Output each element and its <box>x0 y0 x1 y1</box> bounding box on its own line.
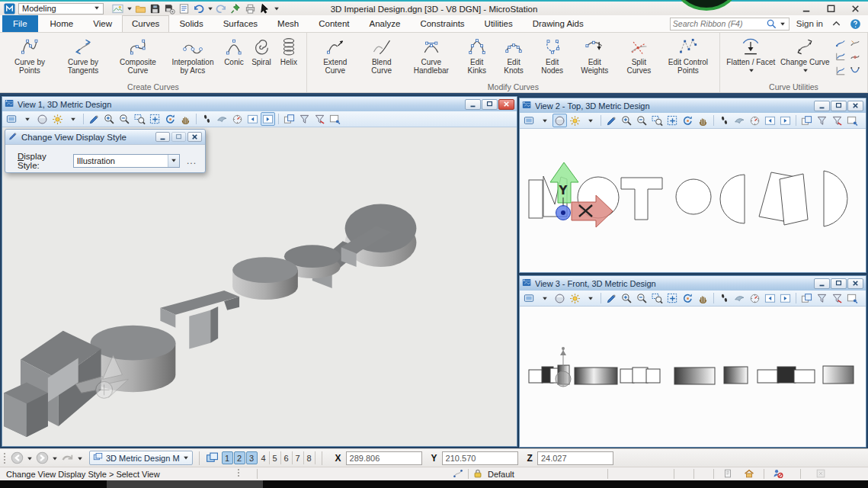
update-view-icon[interactable] <box>604 114 619 127</box>
walk-icon[interactable] <box>717 291 732 305</box>
view-previous-icon[interactable] <box>763 114 777 127</box>
caret-icon[interactable] <box>537 114 552 127</box>
close-button[interactable] <box>848 3 862 14</box>
edit-knots-button[interactable]: Edit Knots <box>495 34 533 75</box>
lock-icon[interactable] <box>472 468 483 480</box>
y-coordinate-field[interactable] <box>442 451 518 465</box>
view-previous-icon[interactable] <box>245 112 260 126</box>
tab-drawing-aids[interactable]: Drawing Aids <box>523 15 594 32</box>
window-area-icon[interactable] <box>650 291 665 305</box>
tab-home[interactable]: Home <box>40 15 84 32</box>
view-3-toggle[interactable]: 3 <box>246 451 258 464</box>
help-icon[interactable] <box>849 18 861 30</box>
catenary-curve-icon[interactable] <box>848 64 862 77</box>
view3-titlebar[interactable]: View 3 - Front, 3D Metric Design <box>520 276 866 291</box>
user-status-icon[interactable] <box>773 468 783 480</box>
undo-icon[interactable] <box>192 2 205 14</box>
rotate-view-icon[interactable] <box>681 114 695 127</box>
saved-views-icon[interactable] <box>722 468 733 480</box>
extend-curve-button[interactable]: Extend Curve <box>311 34 360 75</box>
view-next-icon[interactable] <box>778 114 793 127</box>
simplify-curve-icon[interactable] <box>848 37 862 50</box>
view-properties-icon[interactable] <box>845 291 860 305</box>
pan-view-icon[interactable] <box>696 291 710 305</box>
curve-graph-icon[interactable] <box>834 64 847 77</box>
pan-view-icon[interactable] <box>178 112 193 126</box>
copy-view-icon[interactable] <box>282 112 296 126</box>
walk-icon[interactable] <box>717 114 732 127</box>
view1-canvas[interactable] <box>2 127 517 446</box>
curve-handlebar-button[interactable]: Curve Handlebar <box>404 34 459 75</box>
back-button[interactable] <box>10 451 24 465</box>
curve-by-tangents-button[interactable]: Curve by Tangents <box>56 34 111 75</box>
view3-minimize-button[interactable] <box>814 278 830 289</box>
search-icon[interactable] <box>766 18 778 30</box>
helix-button[interactable]: Helix <box>275 34 303 67</box>
view-properties-icon[interactable] <box>328 112 342 126</box>
navigate-view-icon[interactable] <box>748 114 762 127</box>
composite-curve-button[interactable]: Composite Curve <box>111 34 165 75</box>
brightness-icon[interactable] <box>568 291 582 305</box>
search-input[interactable] <box>673 19 764 28</box>
view2-titlebar[interactable]: View 2 - Top, 3D Metric Design <box>520 98 866 113</box>
view-6-toggle[interactable]: 6 <box>281 451 293 464</box>
status-grip[interactable] <box>237 468 241 478</box>
view1-maximize-button[interactable] <box>482 99 498 110</box>
tab-analyze[interactable]: Analyze <box>360 15 411 32</box>
blend-curve-button[interactable]: Blend Curve <box>360 34 404 75</box>
caret-icon[interactable] <box>126 2 133 14</box>
interpolation-by-arcs-button[interactable]: Interpolation by Arcs <box>165 34 220 75</box>
clip-mask-icon[interactable] <box>830 291 844 305</box>
edit-kinks-button[interactable]: Edit Kinks <box>459 34 495 75</box>
sign-in-link[interactable]: Sign in <box>796 19 823 28</box>
view-previous-icon[interactable] <box>763 291 777 305</box>
zoom-in-icon[interactable] <box>620 291 634 305</box>
copy-view-icon[interactable] <box>799 291 814 305</box>
x-coordinate-field[interactable] <box>346 451 422 465</box>
tab-constraints[interactable]: Constraints <box>410 15 474 32</box>
navigate-view-icon[interactable] <box>230 112 245 126</box>
view-5-toggle[interactable]: 5 <box>270 451 281 464</box>
view-2-toggle[interactable]: 2 <box>234 451 245 464</box>
brightness-icon[interactable] <box>50 112 65 126</box>
edit-weights-button[interactable]: Edit Weights <box>572 34 617 75</box>
dialog-more-button[interactable]: ... <box>184 156 199 166</box>
maximize-button[interactable] <box>824 3 838 14</box>
clip-volume-icon[interactable] <box>297 112 312 126</box>
caret-icon[interactable] <box>583 291 597 305</box>
navigate-view-icon[interactable] <box>748 291 762 305</box>
update-view-icon[interactable] <box>604 291 619 305</box>
curves-from-icon[interactable] <box>834 37 847 50</box>
view2-close-button[interactable] <box>847 101 863 111</box>
tab-utilities[interactable]: Utilities <box>475 15 523 32</box>
save-settings-icon[interactable] <box>163 2 176 14</box>
ribbon-search[interactable] <box>670 18 790 30</box>
dialog-titlebar[interactable]: Change View Display Style <box>5 130 205 145</box>
collapse-ribbon-icon[interactable] <box>830 18 842 30</box>
view2-maximize-button[interactable] <box>831 101 847 111</box>
brightness-icon[interactable] <box>568 114 582 127</box>
rotate-view-icon[interactable] <box>681 291 695 305</box>
fit-view-icon[interactable] <box>148 112 162 126</box>
display-style-icon[interactable] <box>35 112 50 126</box>
caret-icon[interactable] <box>273 2 280 14</box>
print-icon[interactable] <box>244 2 257 14</box>
view-4-toggle[interactable]: 4 <box>258 451 270 464</box>
flatten-facet-button[interactable]: Flatten / Facet <box>724 34 778 76</box>
workspace-thumb-icon[interactable] <box>111 2 124 14</box>
combo-dropdown-button[interactable] <box>168 155 179 167</box>
toolbar-grip[interactable] <box>3 452 6 464</box>
fit-view-icon[interactable] <box>665 114 680 127</box>
search-caret-icon[interactable] <box>780 18 786 30</box>
fair-curve-icon[interactable] <box>848 50 862 63</box>
zoom-in-icon[interactable] <box>620 114 634 127</box>
folder-icon[interactable] <box>134 2 147 14</box>
fly-icon[interactable] <box>732 114 747 127</box>
caret-icon[interactable] <box>537 291 552 305</box>
zoom-out-icon[interactable] <box>635 291 649 305</box>
item-browser-icon[interactable] <box>178 2 191 14</box>
forward-button[interactable] <box>35 451 49 465</box>
history-button[interactable] <box>60 451 74 465</box>
edit-control-points-button[interactable]: Edit Control Points <box>661 34 716 75</box>
tab-curves[interactable]: Curves <box>122 15 169 32</box>
